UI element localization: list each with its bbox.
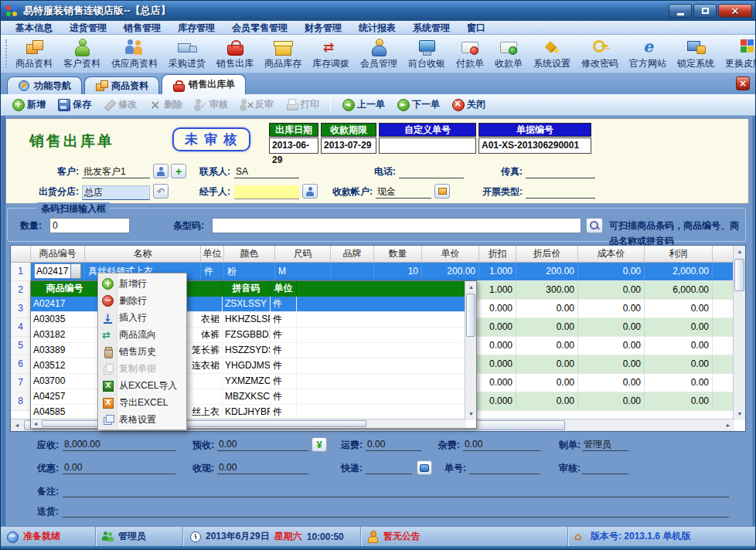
scroll-up-icon[interactable]: ▲	[734, 246, 746, 258]
grid-cell-discount[interactable]: 0.000	[479, 318, 516, 336]
grid-cell-final[interactable]: 0.00	[516, 300, 578, 317]
customer-field[interactable]: 批发客户1	[82, 165, 150, 178]
lookup-vertical-scrollbar[interactable]: ▲ ▼	[465, 281, 476, 420]
grid-vertical-scrollbar[interactable]: ▲ ▼	[733, 246, 745, 420]
context-menu-item[interactable]: 表格设置	[99, 411, 186, 428]
column-header[interactable]: 单价	[422, 246, 479, 262]
delivery-field[interactable]	[63, 504, 729, 518]
menu-item[interactable]: 会员零售管理	[223, 21, 296, 35]
toolbar-item[interactable]: 供应商资料	[106, 35, 163, 73]
context-menu-item[interactable]: 从EXCEL导入	[99, 377, 186, 394]
lookup-cell-code[interactable]: A04257	[31, 389, 99, 404]
column-header[interactable]: 成本价	[578, 246, 645, 262]
grid-cell-cost[interactable]: 0.00	[578, 392, 645, 410]
tab-close-button[interactable]: ×	[736, 76, 750, 90]
scroll-right-icon[interactable]: ►	[722, 419, 734, 432]
grid-cell-price[interactable]: 200.00	[422, 263, 479, 280]
grid-cell-final[interactable]: 300.00	[516, 281, 578, 299]
column-header[interactable]: 折后价	[516, 246, 578, 262]
grid-cell-cost[interactable]: 0.00	[578, 263, 645, 280]
barcode-input[interactable]	[212, 218, 581, 233]
lookup-cell-pinyin[interactable]: KDLJHYBFZ	[223, 405, 271, 419]
lookup-cell-code[interactable]: A03389	[31, 343, 99, 358]
column-header[interactable]: 尺码	[275, 246, 331, 262]
grid-cell-final[interactable]: 200.00	[516, 263, 578, 280]
toolbar-item[interactable]: 付款单	[451, 35, 489, 73]
row-number[interactable]: 1	[11, 263, 31, 280]
menu-item[interactable]: 基本信息	[7, 21, 61, 35]
scroll-down-icon[interactable]: ▼	[734, 408, 746, 420]
lookup-cell-code[interactable]: A03182	[31, 328, 99, 342]
grid-cell-cost[interactable]: 0.00	[578, 355, 645, 373]
context-menu-item[interactable]: 商品流向	[99, 326, 186, 343]
menu-item[interactable]: 窗口	[458, 21, 494, 35]
account-select-button[interactable]	[434, 184, 450, 199]
grid-cell-profit[interactable]: 0.00	[645, 337, 713, 355]
toolbar-item[interactable]: 锁定系统	[672, 35, 720, 73]
toolbar-item[interactable]: 官方网站	[624, 35, 672, 73]
cash-field[interactable]: 0.00	[217, 461, 308, 474]
grid-cell-profit[interactable]: 2,000.00	[645, 263, 713, 280]
grid-cell-discount[interactable]: 0.000	[479, 300, 516, 317]
row-number[interactable]: 2	[11, 281, 31, 299]
grid-cell-discount[interactable]: 0.000	[479, 374, 516, 392]
scrollbar-thumb[interactable]	[466, 294, 475, 337]
row-number[interactable]: 4	[11, 318, 31, 336]
lookup-cell-unit[interactable]: 件	[271, 312, 297, 327]
grid-cell-profit[interactable]: 0.00	[645, 392, 713, 410]
lookup-column-header[interactable]: 单位	[271, 281, 297, 297]
qty-input[interactable]: 0	[49, 218, 130, 233]
invoice-field[interactable]	[526, 185, 595, 199]
lookup-horizontal-scrollbar[interactable]: ◄	[31, 419, 466, 428]
menu-item[interactable]: 库存管理	[169, 21, 223, 35]
toolbar-item[interactable]: 更换皮肤▼	[720, 35, 756, 73]
account-field[interactable]: 现金	[376, 185, 431, 199]
customer-add-button[interactable]: +	[171, 164, 186, 178]
cell-editor-input[interactable]: A02417	[34, 263, 71, 279]
toolbar-grip[interactable]	[5, 39, 7, 68]
grid-cell-discount[interactable]: 1.000	[479, 263, 516, 280]
grid-cell-final[interactable]: 0.00	[516, 355, 578, 373]
lookup-cell-pinyin[interactable]: HSZZSYDSD	[223, 343, 271, 358]
lookup-cell-unit[interactable]: 件	[271, 405, 297, 419]
menu-item[interactable]: 统计报表	[350, 21, 404, 35]
handler-field[interactable]	[234, 185, 299, 199]
order-header-value[interactable]: 2013-06-29	[269, 138, 318, 154]
branch-field[interactable]: 总店	[82, 185, 150, 200]
dropdown-button[interactable]	[71, 263, 81, 279]
grid-cell-discount[interactable]: 0.000	[479, 392, 516, 410]
branch-select-button[interactable]: ↶	[153, 184, 169, 199]
lookup-cell-pinyin[interactable]: HKHZSLSPH	[223, 312, 271, 327]
column-header[interactable]: 商品编号	[31, 246, 85, 262]
grid-cell-final[interactable]: 0.00	[516, 337, 578, 355]
grid-cell-discount[interactable]: 0.000	[479, 355, 516, 373]
toolbar-item[interactable]: 销售出库	[211, 35, 259, 73]
row-number[interactable]: 3	[11, 300, 31, 317]
scroll-down-icon[interactable]: ▼	[465, 408, 477, 420]
row-number[interactable]: 6	[11, 355, 31, 373]
row-number[interactable]: 5	[11, 337, 31, 355]
next-button[interactable]: 下一单	[392, 97, 444, 113]
tracking-field[interactable]	[469, 461, 540, 474]
column-header[interactable]: 利润	[645, 246, 713, 262]
express-field[interactable]	[366, 461, 412, 474]
scroll-left-icon[interactable]: ◄	[11, 419, 23, 432]
context-menu-item[interactable]: 插入行	[99, 309, 186, 326]
add-button[interactable]: 新增	[7, 97, 50, 113]
grid-cell-cost[interactable]: 0.00	[578, 374, 645, 392]
grid-cell-discount[interactable]: 0.000	[479, 337, 516, 355]
toolbar-item[interactable]: 修改密码	[576, 35, 624, 73]
grid-cell-profit[interactable]: 6,000.00	[645, 281, 713, 299]
scrollbar-thumb[interactable]	[42, 420, 366, 427]
express-button[interactable]	[417, 460, 432, 475]
prepay-button[interactable]: ¥	[312, 437, 327, 452]
grid-cell-discount[interactable]: 1.000	[479, 281, 516, 299]
status-notice[interactable]: 暂无公告	[361, 527, 568, 546]
tab-nav[interactable]: 功能导航	[7, 76, 82, 94]
order-header-value[interactable]: A01-XS-201306290001	[478, 138, 591, 154]
lookup-cell-unit[interactable]: 件	[271, 389, 297, 404]
lookup-cell-code[interactable]: A03035	[31, 312, 99, 327]
toolbar-item[interactable]: 客户资料	[58, 35, 106, 73]
column-header[interactable]: 名称	[85, 246, 201, 262]
order-header-value[interactable]: 2013-07-29	[321, 138, 376, 154]
